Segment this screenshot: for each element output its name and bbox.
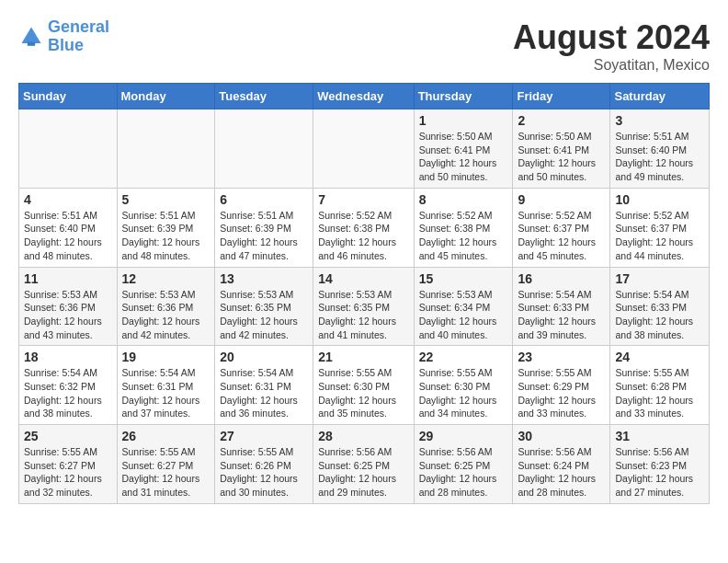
table-row: 17Sunrise: 5:54 AM Sunset: 6:33 PM Dayli… xyxy=(610,267,710,346)
day-number: 18 xyxy=(24,350,112,364)
table-row xyxy=(19,109,118,189)
table-row: 16Sunrise: 5:54 AM Sunset: 6:33 PM Dayli… xyxy=(513,267,610,346)
day-number: 11 xyxy=(24,271,112,286)
day-number: 24 xyxy=(615,350,704,364)
day-number: 6 xyxy=(220,192,308,207)
day-info: Sunrise: 5:51 AM Sunset: 6:39 PM Dayligh… xyxy=(122,209,210,263)
table-row: 13Sunrise: 5:53 AM Sunset: 6:35 PM Dayli… xyxy=(215,267,313,346)
table-row: 7Sunrise: 5:52 AM Sunset: 6:38 PM Daylig… xyxy=(313,188,414,267)
calendar-week-row: 18Sunrise: 5:54 AM Sunset: 6:32 PM Dayli… xyxy=(19,346,710,425)
table-row xyxy=(117,109,215,189)
svg-marker-0 xyxy=(22,27,41,43)
table-row: 3Sunrise: 5:51 AM Sunset: 6:40 PM Daylig… xyxy=(610,109,710,189)
day-number: 8 xyxy=(419,192,508,207)
logo-icon xyxy=(18,24,44,50)
table-row: 30Sunrise: 5:56 AM Sunset: 6:24 PM Dayli… xyxy=(513,425,610,504)
day-number: 26 xyxy=(122,429,210,443)
header-sunday: Sunday xyxy=(19,84,118,109)
table-row: 21Sunrise: 5:55 AM Sunset: 6:30 PM Dayli… xyxy=(313,346,414,425)
table-row: 26Sunrise: 5:55 AM Sunset: 6:27 PM Dayli… xyxy=(117,425,215,504)
day-info: Sunrise: 5:55 AM Sunset: 6:27 PM Dayligh… xyxy=(24,445,112,500)
location-subtitle: Soyatitan, Mexico xyxy=(513,57,710,74)
day-number: 10 xyxy=(615,192,704,207)
day-info: Sunrise: 5:55 AM Sunset: 6:28 PM Dayligh… xyxy=(615,366,704,420)
day-number: 25 xyxy=(24,429,112,443)
day-number: 2 xyxy=(518,113,605,128)
table-row: 28Sunrise: 5:56 AM Sunset: 6:25 PM Dayli… xyxy=(313,425,414,504)
title-block: August 2024 Soyatitan, Mexico xyxy=(513,18,710,74)
table-row: 29Sunrise: 5:56 AM Sunset: 6:25 PM Dayli… xyxy=(414,425,513,504)
day-number: 28 xyxy=(318,429,408,443)
header-saturday: Saturday xyxy=(610,84,710,109)
calendar-week-row: 25Sunrise: 5:55 AM Sunset: 6:27 PM Dayli… xyxy=(19,425,710,504)
day-info: Sunrise: 5:56 AM Sunset: 6:25 PM Dayligh… xyxy=(318,445,408,500)
table-row: 24Sunrise: 5:55 AM Sunset: 6:28 PM Dayli… xyxy=(610,346,710,425)
page-header: General Blue August 2024 Soyatitan, Mexi… xyxy=(18,18,710,74)
logo-text: General Blue xyxy=(48,18,109,55)
svg-rect-1 xyxy=(28,41,35,45)
day-number: 20 xyxy=(220,350,308,364)
table-row: 25Sunrise: 5:55 AM Sunset: 6:27 PM Dayli… xyxy=(19,425,118,504)
day-number: 21 xyxy=(318,350,408,364)
day-info: Sunrise: 5:55 AM Sunset: 6:30 PM Dayligh… xyxy=(419,366,508,420)
day-number: 14 xyxy=(318,271,408,286)
day-number: 22 xyxy=(419,350,508,364)
day-number: 17 xyxy=(615,271,704,286)
table-row: 27Sunrise: 5:55 AM Sunset: 6:26 PM Dayli… xyxy=(215,425,313,504)
day-info: Sunrise: 5:54 AM Sunset: 6:33 PM Dayligh… xyxy=(615,288,704,342)
day-number: 3 xyxy=(615,113,704,128)
table-row: 8Sunrise: 5:52 AM Sunset: 6:38 PM Daylig… xyxy=(414,188,513,267)
day-info: Sunrise: 5:51 AM Sunset: 6:40 PM Dayligh… xyxy=(24,209,112,263)
table-row: 6Sunrise: 5:51 AM Sunset: 6:39 PM Daylig… xyxy=(215,188,313,267)
table-row: 9Sunrise: 5:52 AM Sunset: 6:37 PM Daylig… xyxy=(513,188,610,267)
table-row: 1Sunrise: 5:50 AM Sunset: 6:41 PM Daylig… xyxy=(414,109,513,189)
day-info: Sunrise: 5:54 AM Sunset: 6:31 PM Dayligh… xyxy=(220,366,308,420)
header-thursday: Thursday xyxy=(414,84,513,109)
day-info: Sunrise: 5:56 AM Sunset: 6:23 PM Dayligh… xyxy=(615,445,704,500)
day-info: Sunrise: 5:50 AM Sunset: 6:41 PM Dayligh… xyxy=(419,130,508,184)
day-number: 5 xyxy=(122,192,210,207)
calendar-header-row: Sunday Monday Tuesday Wednesday Thursday… xyxy=(19,84,710,109)
day-info: Sunrise: 5:52 AM Sunset: 6:37 PM Dayligh… xyxy=(615,209,704,263)
day-info: Sunrise: 5:55 AM Sunset: 6:27 PM Dayligh… xyxy=(122,445,210,500)
table-row: 18Sunrise: 5:54 AM Sunset: 6:32 PM Dayli… xyxy=(19,346,118,425)
day-info: Sunrise: 5:53 AM Sunset: 6:36 PM Dayligh… xyxy=(24,288,112,342)
table-row: 20Sunrise: 5:54 AM Sunset: 6:31 PM Dayli… xyxy=(215,346,313,425)
header-tuesday: Tuesday xyxy=(215,84,313,109)
day-info: Sunrise: 5:52 AM Sunset: 6:38 PM Dayligh… xyxy=(318,209,408,263)
calendar-week-row: 4Sunrise: 5:51 AM Sunset: 6:40 PM Daylig… xyxy=(19,188,710,267)
day-info: Sunrise: 5:51 AM Sunset: 6:40 PM Dayligh… xyxy=(615,130,704,184)
day-number: 15 xyxy=(419,271,508,286)
day-info: Sunrise: 5:52 AM Sunset: 6:38 PM Dayligh… xyxy=(419,209,508,263)
table-row: 5Sunrise: 5:51 AM Sunset: 6:39 PM Daylig… xyxy=(117,188,215,267)
day-number: 4 xyxy=(24,192,112,207)
day-info: Sunrise: 5:56 AM Sunset: 6:24 PM Dayligh… xyxy=(518,445,605,500)
table-row: 10Sunrise: 5:52 AM Sunset: 6:37 PM Dayli… xyxy=(610,188,710,267)
day-number: 31 xyxy=(615,429,704,443)
day-number: 1 xyxy=(419,113,508,128)
day-info: Sunrise: 5:55 AM Sunset: 6:26 PM Dayligh… xyxy=(220,445,308,500)
day-number: 19 xyxy=(122,350,210,364)
day-info: Sunrise: 5:54 AM Sunset: 6:31 PM Dayligh… xyxy=(122,366,210,420)
logo: General Blue xyxy=(18,18,109,55)
header-wednesday: Wednesday xyxy=(313,84,414,109)
day-info: Sunrise: 5:51 AM Sunset: 6:39 PM Dayligh… xyxy=(220,209,308,263)
day-number: 9 xyxy=(518,192,605,207)
table-row: 22Sunrise: 5:55 AM Sunset: 6:30 PM Dayli… xyxy=(414,346,513,425)
table-row: 2Sunrise: 5:50 AM Sunset: 6:41 PM Daylig… xyxy=(513,109,610,189)
day-info: Sunrise: 5:56 AM Sunset: 6:25 PM Dayligh… xyxy=(419,445,508,500)
table-row: 12Sunrise: 5:53 AM Sunset: 6:36 PM Dayli… xyxy=(117,267,215,346)
calendar-table: Sunday Monday Tuesday Wednesday Thursday… xyxy=(18,83,710,504)
day-number: 12 xyxy=(122,271,210,286)
day-number: 7 xyxy=(318,192,408,207)
day-info: Sunrise: 5:53 AM Sunset: 6:34 PM Dayligh… xyxy=(419,288,508,342)
table-row: 11Sunrise: 5:53 AM Sunset: 6:36 PM Dayli… xyxy=(19,267,118,346)
day-number: 27 xyxy=(220,429,308,443)
table-row: 23Sunrise: 5:55 AM Sunset: 6:29 PM Dayli… xyxy=(513,346,610,425)
day-info: Sunrise: 5:55 AM Sunset: 6:29 PM Dayligh… xyxy=(518,366,605,420)
header-friday: Friday xyxy=(513,84,610,109)
day-number: 13 xyxy=(220,271,308,286)
day-info: Sunrise: 5:53 AM Sunset: 6:35 PM Dayligh… xyxy=(220,288,308,342)
table-row: 19Sunrise: 5:54 AM Sunset: 6:31 PM Dayli… xyxy=(117,346,215,425)
table-row: 31Sunrise: 5:56 AM Sunset: 6:23 PM Dayli… xyxy=(610,425,710,504)
